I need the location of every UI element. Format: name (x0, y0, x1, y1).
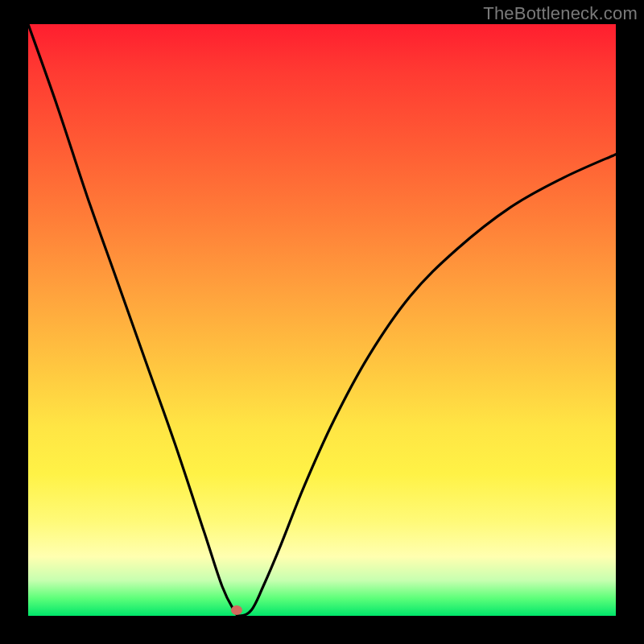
plot-area (28, 24, 616, 616)
watermark-text: TheBottleneck.com (483, 3, 638, 24)
minimum-marker (231, 605, 242, 615)
chart-frame: TheBottleneck.com (0, 0, 644, 644)
bottleneck-curve (28, 24, 616, 616)
